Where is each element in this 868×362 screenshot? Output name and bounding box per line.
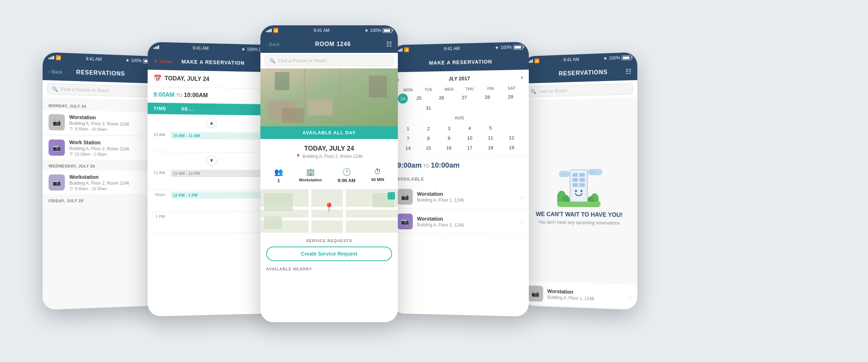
- cal-cell-29[interactable]: 29: [499, 92, 522, 102]
- building-face: [573, 190, 584, 196]
- item-title-cal-2: Worstation: [417, 216, 516, 222]
- cal-cell-31[interactable]: 31: [418, 103, 439, 113]
- window-1: [573, 173, 578, 177]
- slot-available-noon: 12 PM - 1 PM: [171, 191, 271, 199]
- stat-type: 🏢 Workstation: [299, 168, 322, 183]
- cal-cell-15[interactable]: 15: [418, 143, 439, 153]
- search-icon-5: 🔍: [531, 89, 536, 94]
- cal-cell-25[interactable]: 25: [408, 93, 430, 104]
- window-2: [579, 173, 585, 177]
- cal-header-fri: FRI: [480, 85, 501, 92]
- time-select-from: 9:00am: [397, 161, 422, 169]
- chevron-left-icon: ‹: [48, 69, 50, 74]
- list-item-3[interactable]: 📷 Workstation Building A, Floor 2, Room …: [43, 170, 158, 195]
- cal-cell-10[interactable]: 10: [459, 133, 480, 143]
- filter-button[interactable]: Filter: [510, 58, 523, 64]
- search-bar-3[interactable]: 🔍 Find a Person or Room: [265, 55, 393, 66]
- list-item-2[interactable]: 📷 Work Station Building A, Floor 2, Room…: [43, 135, 158, 161]
- time-label-noon: Noon: [148, 190, 168, 212]
- time-row-10am[interactable]: 10 AM 10 AM - 11 AM: [148, 130, 274, 152]
- map-section: 📍 ⛶: [260, 189, 398, 233]
- signal-icon-4: [397, 48, 403, 52]
- cal-cell-16[interactable]: 16: [439, 143, 459, 153]
- item-location-cal-1: Building A, Floor 1, 1246: [417, 198, 516, 203]
- cal-cell-4[interactable]: 4: [459, 123, 480, 133]
- cal-cell-7[interactable]: 7: [398, 134, 418, 143]
- cal-cell-3[interactable]: 3: [439, 123, 459, 133]
- chevron-right-cal[interactable]: ›: [521, 74, 523, 81]
- list-item-cal-1[interactable]: 📷 Worstation Building A, Floor 1, 1246 ›: [392, 185, 529, 209]
- scroll-up-area: ▲: [148, 114, 274, 131]
- item-thumb-cal-2: 📷: [397, 214, 413, 230]
- calendar-month: JLY 2017: [449, 75, 470, 81]
- desk-2: [282, 108, 304, 123]
- calendar-icon: 📅: [154, 74, 162, 83]
- cal-cell-2[interactable]: 2: [418, 124, 439, 134]
- available-label-4: AVAILABLE: [392, 174, 529, 185]
- grid-icon-5[interactable]: ☷: [625, 67, 631, 76]
- phone-calendar: 📶 9:41 AM ★ 100% MAKE A RESERVATION Filt…: [392, 42, 529, 316]
- list-item-5[interactable]: 📷 Worstation Building A, Floor 1, 1246 ›: [522, 282, 637, 309]
- time-row-11am[interactable]: 11 AM 11 AM - 12 PM: [148, 168, 274, 190]
- chevron-right-item-2: ›: [521, 219, 523, 226]
- cal-header-mon: MON: [398, 86, 418, 94]
- list-item-cal-2[interactable]: 📷 Worstation Building A, Floor 1, 1246 ›: [392, 210, 529, 235]
- list-item-1[interactable]: 📷 Worstation Building A, Floor 2, Room 1…: [43, 110, 158, 136]
- cal-cell-9[interactable]: 9: [439, 133, 459, 143]
- cal-cell-1[interactable]: 1: [398, 124, 418, 134]
- cal-cell-12[interactable]: 12: [501, 133, 522, 143]
- item-time-3: ⏱ 9:30am - 10:30am: [69, 186, 152, 191]
- cal-cell-18[interactable]: 18: [480, 143, 501, 152]
- cal-cell-8[interactable]: 8: [418, 133, 439, 143]
- item-thumb-5: 📷: [528, 285, 543, 302]
- time-label-11am: 11 AM: [148, 168, 168, 190]
- cal-cell-27[interactable]: 27: [453, 92, 476, 103]
- item-info-cal-2: Worstation Building A, Floor 1, 1246: [417, 216, 516, 228]
- time-row-1pm[interactable]: 1 PM: [148, 211, 274, 234]
- grid-icon-3[interactable]: ☷: [386, 40, 392, 48]
- status-time-4: 9:41 AM: [444, 46, 460, 51]
- building-body: [570, 169, 588, 202]
- item-thumb-cal-1: 📷: [397, 189, 413, 205]
- mouth: [575, 193, 582, 196]
- map-expand-btn[interactable]: ⛶: [388, 192, 395, 199]
- nav-title-5: RESERVATIONS: [542, 68, 626, 78]
- signal-icon-3: [266, 29, 272, 32]
- timer-icon: ⏱: [374, 168, 381, 176]
- item-location-1: Building A, Floor 2, Room 1246: [69, 121, 152, 127]
- back-label-3: Back: [269, 42, 280, 47]
- back-label-1: Back: [52, 69, 63, 75]
- battery-label-5: 100%: [609, 55, 620, 61]
- search-bar-5[interactable]: 🔍 rson or Room: [526, 83, 633, 97]
- cal-cell-17[interactable]: 17: [459, 143, 480, 153]
- room-title-section: TODAY, JULY 24 📍 Building A, Floor 2, Ro…: [260, 139, 398, 165]
- back-button-1[interactable]: ‹ Back: [48, 69, 62, 75]
- cal-cell-5[interactable]: 5: [480, 123, 501, 133]
- time-row-noon[interactable]: Noon 12 PM - 1 PM: [148, 190, 274, 212]
- cal-cell-11[interactable]: 11: [480, 133, 501, 143]
- create-service-button[interactable]: Create Service Request: [266, 247, 392, 261]
- battery-label-1: 100%: [131, 58, 142, 63]
- stat-capacity-value: 1: [277, 178, 280, 183]
- stat-duration-value: 60 MIN: [371, 177, 384, 182]
- status-time-3: 9:41 AM: [314, 28, 329, 33]
- cal-cell-26[interactable]: 26: [430, 93, 453, 103]
- desk-3: [307, 99, 333, 115]
- close-button[interactable]: ✕ Close: [154, 58, 172, 64]
- clock-icon-2: ⏱: [69, 152, 73, 156]
- cal-cell-19[interactable]: 19: [501, 143, 522, 153]
- cal-cell-14[interactable]: 14: [398, 143, 418, 153]
- speech-bubble-right: ~~: [588, 169, 602, 175]
- service-section: SERVICE REQUESTS Create Service Request: [260, 233, 398, 267]
- search-bar-1[interactable]: 🔍 Find a Person or Room: [47, 83, 154, 97]
- service-title: SERVICE REQUESTS: [266, 239, 392, 243]
- cal-cell-28[interactable]: 28: [476, 92, 499, 102]
- status-time-5: 9:41 AM: [563, 57, 579, 63]
- chevron-right-item: ›: [521, 193, 523, 201]
- back-button-3[interactable]: ‹ Back: [266, 42, 280, 47]
- battery-icon-5: [622, 55, 631, 60]
- scroll-mid-button[interactable]: ▼: [207, 155, 217, 165]
- cal-cell-24[interactable]: 24: [398, 93, 408, 104]
- item-info-3: Workstation Building A, Floor 2, Room 12…: [69, 174, 152, 191]
- scroll-up-button[interactable]: ▲: [207, 118, 217, 128]
